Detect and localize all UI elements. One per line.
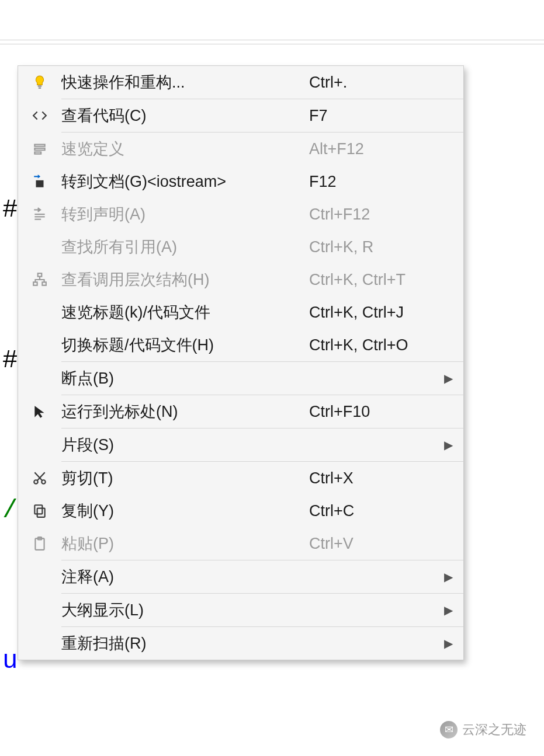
menu-item-shortcut: Ctrl+K, Ctrl+O: [309, 336, 438, 354]
menu-item-shortcut: Ctrl+K, R: [309, 238, 438, 256]
menu-item-label: 注释(A): [61, 566, 309, 587]
menu-item-label: 查看代码(C): [61, 105, 309, 126]
submenu-arrow-icon: ▶: [438, 603, 453, 617]
menu-item[interactable]: 快速操作和重构...Ctrl+.: [18, 66, 463, 99]
menu-item-label: 片段(S): [61, 434, 309, 455]
menu-item-label: 速览标题(k)/代码文件: [61, 302, 309, 323]
menu-item-shortcut: Ctrl+X: [309, 469, 438, 487]
wechat-icon: ✉: [440, 721, 458, 738]
menu-item-shortcut: Ctrl+V: [309, 535, 438, 553]
menu-item-label: 转到文档(G)<iostream>: [61, 171, 309, 192]
menu-item-shortcut: Alt+F12: [309, 140, 438, 158]
lightbulb-icon: [18, 75, 61, 90]
cursor-icon: [18, 404, 61, 419]
menu-item-label: 重新扫描(R): [61, 633, 309, 654]
menu-item-shortcut: Ctrl+.: [309, 74, 438, 92]
menu-item[interactable]: 重新扫描(R)▶: [18, 627, 463, 660]
svg-rect-10: [33, 282, 37, 285]
menu-item[interactable]: 速览标题(k)/代码文件Ctrl+K, Ctrl+J: [18, 296, 463, 329]
menu-item[interactable]: 复制(Y)Ctrl+C: [18, 494, 463, 527]
menu-item-label: 运行到光标处(N): [61, 401, 309, 422]
svg-rect-16: [37, 508, 45, 517]
menu-item: 速览定义Alt+F12: [18, 133, 463, 165]
menu-item-shortcut: Ctrl+K, Ctrl+J: [309, 304, 438, 322]
svg-rect-5: [36, 180, 44, 187]
menu-item-shortcut: F7: [309, 107, 438, 125]
paste-icon: [18, 536, 61, 551]
menu-item[interactable]: 大纲显示(L)▶: [18, 594, 463, 626]
submenu-arrow-icon: ▶: [438, 570, 453, 584]
menu-item-shortcut: Ctrl+K, Ctrl+T: [309, 271, 438, 289]
menu-item: 查看调用层次结构(H)Ctrl+K, Ctrl+T: [18, 263, 463, 296]
menu-item-label: 切换标题/代码文件(H): [61, 335, 309, 356]
menu-item[interactable]: 查看代码(C)F7: [18, 99, 463, 132]
svg-rect-2: [34, 144, 44, 146]
copy-icon: [18, 503, 61, 518]
menu-item[interactable]: 断点(B)▶: [18, 362, 463, 395]
menu-item-label: 转到声明(A): [61, 204, 309, 225]
submenu-arrow-icon: ▶: [438, 636, 453, 650]
watermark: ✉ 云深之无迹: [440, 721, 526, 738]
context-menu: 快速操作和重构...Ctrl+.查看代码(C)F7速览定义Alt+F12转到文档…: [18, 65, 464, 660]
menu-item-label: 速览定义: [61, 138, 309, 159]
svg-rect-1: [39, 88, 41, 89]
code-icon: [18, 108, 61, 123]
svg-rect-3: [34, 148, 44, 150]
menu-item: 查找所有引用(A)Ctrl+K, R: [18, 231, 463, 263]
menu-item-label: 查找所有引用(A): [61, 236, 309, 257]
hierarchy-icon: [18, 272, 61, 287]
menu-item-label: 快速操作和重构...: [61, 72, 309, 93]
menu-item-shortcut: Ctrl+C: [309, 502, 438, 520]
menu-item-shortcut: F12: [309, 173, 438, 191]
peek-def-icon: [18, 141, 61, 156]
submenu-arrow-icon: ▶: [438, 438, 453, 452]
menu-item-label: 剪切(T): [61, 468, 309, 489]
menu-item-label: 查看调用层次结构(H): [61, 269, 309, 290]
menu-item[interactable]: 注释(A)▶: [18, 560, 463, 593]
menu-item-label: 断点(B): [61, 368, 309, 389]
menu-item[interactable]: 片段(S)▶: [18, 428, 463, 461]
menu-item-label: 复制(Y): [61, 500, 309, 521]
goto-doc-icon: [18, 174, 61, 189]
svg-rect-17: [34, 505, 42, 514]
watermark-text: 云深之无迹: [462, 721, 526, 738]
svg-rect-11: [42, 282, 46, 285]
menu-item[interactable]: 转到文档(G)<iostream>F12: [18, 165, 463, 198]
menu-item: 粘贴(P)Ctrl+V: [18, 527, 463, 560]
menu-item[interactable]: 剪切(T)Ctrl+X: [18, 462, 463, 494]
svg-rect-0: [38, 85, 42, 86]
submenu-arrow-icon: ▶: [438, 371, 453, 385]
menu-item-shortcut: Ctrl+F12: [309, 205, 438, 224]
svg-rect-4: [34, 152, 41, 154]
cut-icon: [18, 471, 61, 486]
menu-item-label: 大纲显示(L): [61, 600, 309, 621]
menu-item: 转到声明(A)Ctrl+F12: [18, 198, 463, 231]
menu-item[interactable]: 切换标题/代码文件(H)Ctrl+K, Ctrl+O: [18, 329, 463, 361]
menu-item-shortcut: Ctrl+F10: [309, 403, 438, 421]
svg-rect-9: [38, 273, 42, 276]
menu-item-label: 粘贴(P): [61, 533, 309, 554]
menu-item[interactable]: 运行到光标处(N)Ctrl+F10: [18, 395, 463, 428]
goto-decl-icon: [18, 207, 61, 222]
